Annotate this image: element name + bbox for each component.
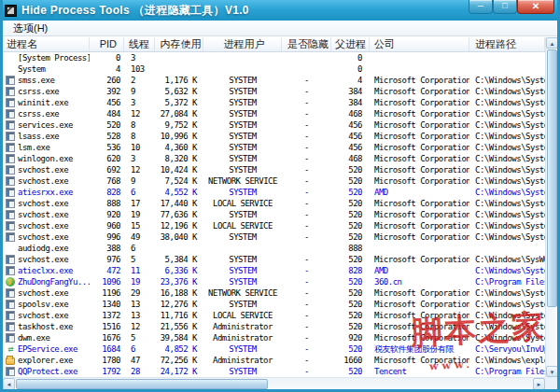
horizontal-scrollbar[interactable]: ◄ ► <box>3 377 545 389</box>
cell-user <box>203 63 282 75</box>
scroll-down-icon[interactable]: ▼ <box>546 366 558 377</box>
cell-user: NETWORK SERVICE <box>203 175 282 187</box>
process-row[interactable]: svchost.exe11962916,188 KNETWORK SERVICE… <box>3 287 545 299</box>
cell-path: C:\Program Files ( <box>469 276 545 287</box>
menu-item-options[interactable]: 选项(H) <box>9 21 51 36</box>
process-row[interactable]: System41030 <box>3 63 545 75</box>
cell-company: Microsoft Corporation <box>370 86 469 97</box>
process-row[interactable]: smss.exe26021,176 KSYSTEM-4Microsoft Cor… <box>3 75 545 86</box>
column-header-hidden[interactable]: 是否隐藏 <box>282 37 331 51</box>
column-header-user[interactable]: 进程用户 <box>203 37 282 51</box>
cell-parent: 384 <box>331 86 370 97</box>
process-row[interactable]: csrss.exe39295,632 KSYSTEM-384Microsoft … <box>3 86 545 97</box>
cell-hidden: - <box>282 108 331 119</box>
process-row[interactable]: wininit.exe45635,372 KSYSTEM-384Microsof… <box>3 97 545 108</box>
cell-memory: 21,556 K <box>155 321 203 332</box>
cell-name: lsm.exe <box>3 142 90 153</box>
scroll-right-icon[interactable]: ► <box>533 378 545 390</box>
process-row[interactable]: taskhost.exe15161221,556 KAdministrator-… <box>3 321 545 332</box>
process-row[interactable]: dwm.exe1676539,584 KAdministrator-920Mic… <box>3 332 545 343</box>
column-header-company[interactable]: 公司 <box>370 37 469 51</box>
close-button-icon[interactable]: ✕ <box>517 0 554 14</box>
process-row[interactable]: spoolsv.exe13401312,276 KSYSTEM-520Micro… <box>3 299 545 310</box>
scroll-left-icon[interactable]: ◄ <box>3 378 15 390</box>
process-row[interactable]: ⇄EPService.exe168464,852 KSYSTEM-520税友软件… <box>3 343 545 355</box>
cell-threads: 6 <box>124 187 155 198</box>
process-row[interactable]: [System Process]030 <box>3 52 545 63</box>
process-row[interactable]: svchost.exe76897,524 KNETWORK SERVICE-52… <box>3 175 545 187</box>
maximize-button-icon[interactable]: □ <box>493 0 517 14</box>
cell-pid: 692 <box>90 164 124 175</box>
cell-company: Microsoft Corporation <box>370 164 469 175</box>
cell-path: C:\Windows\System3 <box>469 164 545 175</box>
process-row[interactable]: lsm.exe536104,360 KSYSTEM-456Microsoft C… <box>3 142 545 153</box>
cell-hidden: - <box>282 119 331 131</box>
cell-path: C:\Windows\System3 <box>469 299 545 310</box>
process-row[interactable]: QQProtect.exe17922824,172 KSYSTEM-520Ten… <box>3 366 545 377</box>
process-row[interactable]: svchost.exe13721311,716 KLOCAL SERVICE-5… <box>3 310 545 321</box>
process-row[interactable]: svchost.exe97655,384 KSYSTEM-520Microsof… <box>3 254 545 265</box>
vertical-scroll-thumb[interactable] <box>547 49 557 307</box>
process-name-text: dwm.exe <box>18 332 49 343</box>
process-row[interactable]: atiesrxx.exe82864,552 KSYSTEM-520AMDC:\W… <box>3 187 545 198</box>
cell-threads: 3 <box>124 153 155 164</box>
cell-company: AMD <box>370 265 469 276</box>
cell-parent: 520 <box>331 231 370 243</box>
process-name-text: wininit.exe <box>18 97 68 108</box>
cell-parent: 456 <box>331 142 370 153</box>
cell-hidden: - <box>282 265 331 276</box>
cell-parent: 0 <box>331 63 370 75</box>
column-header-parent[interactable]: 父进程 <box>331 37 370 51</box>
vertical-scrollbar[interactable]: ▲ ▼ <box>545 37 557 377</box>
process-row[interactable]: svchost.exe9201977,636 KSYSTEM-520Micros… <box>3 209 545 220</box>
app-icon <box>6 165 15 175</box>
cell-hidden <box>282 243 331 254</box>
column-header-memory[interactable]: 内存使用 <box>155 37 203 51</box>
cell-company: AMD <box>370 187 469 198</box>
minimize-button-icon[interactable]: ─ <box>469 0 493 14</box>
process-name-text: csrss.exe <box>18 86 59 97</box>
process-row[interactable]: svchost.exe9964938,040 KSYSTEM-520Micros… <box>3 231 545 243</box>
process-name-text: winlogon.exe <box>18 153 73 164</box>
column-header-threads[interactable]: 线程 <box>124 37 155 51</box>
cell-path <box>469 63 545 75</box>
column-header-pid[interactable]: PID <box>90 37 124 51</box>
cell-user: SYSTEM <box>203 153 282 164</box>
process-row[interactable]: atieclxx.exe472116,336 KSYSTEM-828AMDC:\… <box>3 265 545 276</box>
process-row[interactable]: svchost.exe6921210,424 KSYSTEM-520Micros… <box>3 164 545 175</box>
process-row[interactable]: csrss.exe4841227,084 KSYSTEM-468Microsof… <box>3 108 545 119</box>
cell-hidden: - <box>282 164 331 175</box>
cell-company <box>370 243 469 254</box>
cell-pid: 976 <box>90 254 124 265</box>
window-controls: ─ □ ✕ <box>469 0 554 14</box>
process-row[interactable]: services.exe52089,752 KSYSTEM-456Microso… <box>3 119 545 131</box>
scroll-up-icon[interactable]: ▲ <box>546 37 558 49</box>
column-header-name[interactable]: 进程名 <box>3 37 90 51</box>
process-row[interactable]: svchost.exe9601512,196 KLOCAL SERVICE-52… <box>3 220 545 231</box>
process-row[interactable]: winlogon.exe62038,320 KSYSTEM-468Microso… <box>3 153 545 164</box>
sync-icon: ⇄ <box>6 344 15 354</box>
process-row[interactable]: audiodg.exe3886888 <box>3 243 545 254</box>
cell-hidden <box>282 52 331 63</box>
cell-path: C:\Windows\System3 <box>469 310 545 321</box>
process-row[interactable]: ZhuDongFangYu...10961923,376 KSYSTEM-520… <box>3 276 545 287</box>
process-row[interactable]: lsass.exe528810,996 KSYSTEM-456Microsoft… <box>3 131 545 142</box>
cell-user: SYSTEM <box>203 209 282 220</box>
cell-name: svchost.exe <box>3 198 90 209</box>
cell-user: SYSTEM <box>203 231 282 243</box>
app-icon <box>6 367 15 376</box>
horizontal-scroll-thumb[interactable] <box>16 379 268 389</box>
column-header-path[interactable]: 进程路径 <box>469 37 545 51</box>
cell-threads: 15 <box>124 220 155 231</box>
cell-hidden: - <box>282 310 331 321</box>
cell-name: svchost.exe <box>3 175 90 187</box>
cell-pid: 520 <box>90 119 124 131</box>
app-icon <box>6 87 15 96</box>
cell-company <box>370 63 469 75</box>
cell-company: Microsoft Corporation <box>370 231 469 243</box>
app-icon <box>6 199 15 208</box>
cell-parent: 520 <box>331 198 370 209</box>
process-row[interactable]: explorer.exe17804772,256 KAdministrator-… <box>3 355 545 366</box>
process-row[interactable]: svchost.exe8881717,440 KLOCAL SERVICE-52… <box>3 198 545 209</box>
shield360-icon <box>6 277 15 287</box>
